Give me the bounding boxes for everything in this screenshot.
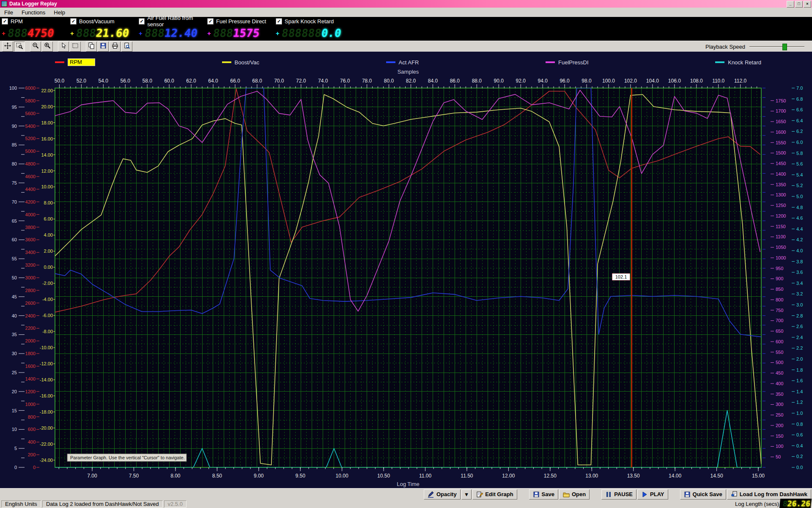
floppy-icon (684, 491, 691, 498)
led-sign: + (139, 30, 144, 37)
svg-text:1350: 1350 (776, 182, 786, 187)
parameter-graph[interactable]: 50.052.054.056.058.060.062.064.066.068.0… (0, 52, 812, 488)
svg-text:16.00: 16.00 (41, 136, 53, 141)
svg-text:40: 40 (12, 313, 17, 318)
svg-text:5600: 5600 (25, 111, 36, 116)
open-log-button[interactable]: Open (559, 489, 590, 500)
close-button[interactable]: × (804, 1, 811, 8)
parameter-checkbox[interactable]: ✓ (139, 18, 145, 25)
svg-text:300: 300 (776, 402, 783, 407)
svg-text:2.8: 2.8 (796, 313, 803, 318)
svg-text:72.0: 72.0 (296, 78, 306, 84)
button-label: Edit Graph (485, 491, 513, 497)
svg-text:90: 90 (12, 124, 17, 129)
print-preview-button[interactable] (121, 41, 132, 52)
svg-text:0: 0 (14, 465, 17, 470)
svg-text:4600: 4600 (25, 174, 36, 179)
svg-text:84.0: 84.0 (428, 78, 438, 84)
svg-text:1650: 1650 (776, 119, 786, 124)
pointer-tool[interactable] (58, 41, 69, 52)
menu-file[interactable]: File (0, 8, 17, 17)
move-tool[interactable] (2, 41, 13, 52)
svg-text:250: 250 (776, 412, 783, 417)
svg-text:56.0: 56.0 (121, 78, 131, 84)
parameter-checkbox[interactable]: ✓ (2, 18, 8, 25)
svg-text:1700: 1700 (776, 108, 786, 113)
svg-text:200: 200 (776, 423, 783, 428)
title-bar[interactable]: Data Logger Replay _ □ × (0, 0, 812, 8)
edit-graph-button[interactable]: Edit Graph (472, 489, 517, 500)
svg-text:1400: 1400 (776, 171, 786, 177)
legend-item-rpm[interactable]: RPM (55, 58, 95, 66)
svg-text:-10.00: -10.00 (40, 345, 53, 350)
svg-text:2.6: 2.6 (796, 324, 803, 329)
svg-text:64.0: 64.0 (208, 78, 218, 84)
legend-item-boost-vac[interactable]: Boost/Vac (222, 58, 259, 66)
play-button[interactable]: PLAY (637, 489, 668, 500)
save-button[interactable] (98, 41, 109, 52)
zoom-in-tool[interactable] (42, 41, 53, 52)
data-logger-replay-window: Data Logger Replay _ □ × File Functions … (0, 0, 812, 508)
load-dashhawk-button[interactable]: Load Log from DashHawk (727, 489, 811, 500)
led-value: 88821.60 (75, 26, 130, 40)
zoomwin-icon (16, 42, 23, 51)
select-region-tool[interactable] (70, 41, 81, 52)
parameter-checkbox[interactable]: ✓ (276, 18, 282, 25)
svg-text:74.0: 74.0 (318, 78, 328, 84)
svg-text:-20.00: -20.00 (40, 425, 53, 431)
floppy-icon (533, 491, 540, 498)
legend-item-knock-retard[interactable]: Knock Retard (715, 58, 761, 66)
rpm-axis: 0200400600800100012001400160018002000220… (25, 86, 39, 470)
minimize-button[interactable]: _ (787, 1, 794, 8)
parameter-checkbox[interactable]: ✓ (70, 18, 77, 25)
svg-text:800: 800 (776, 297, 783, 302)
svg-text:1300: 1300 (776, 192, 786, 197)
led-sign: + (70, 30, 75, 37)
menu-functions[interactable]: Functions (17, 8, 49, 17)
svg-text:96.0: 96.0 (560, 78, 570, 84)
svg-text:350: 350 (776, 392, 783, 397)
parameter-item: ✓Air Fuel Ratio from sensor (139, 17, 207, 25)
parameter-item: ✓RPM (2, 17, 70, 25)
svg-text:6.8: 6.8 (796, 97, 803, 102)
copy-button[interactable] (86, 41, 97, 52)
svg-text:75: 75 (12, 180, 17, 185)
svg-text:13.00: 13.00 (585, 473, 598, 479)
svg-text:4000: 4000 (25, 212, 36, 217)
move-icon (4, 42, 11, 51)
led-display: +8881575 (207, 25, 276, 41)
slider-thumb[interactable] (782, 44, 787, 50)
parameter-checkbox[interactable]: ✓ (207, 18, 214, 25)
graph-toolbar: Playback Speed (0, 41, 812, 52)
legend-item-act-afr[interactable]: Act AFR (386, 58, 419, 66)
svg-text:82.0: 82.0 (406, 78, 416, 84)
button-label: PAUSE (614, 491, 633, 497)
svg-text:4.6: 4.6 (796, 215, 803, 221)
svg-text:106.0: 106.0 (668, 78, 681, 84)
print-button[interactable] (110, 41, 121, 52)
quick-save-button[interactable]: Quick Save (680, 489, 726, 500)
menu-help[interactable]: Help (49, 8, 69, 17)
svg-text:100: 100 (776, 444, 783, 449)
svg-text:4.00: 4.00 (44, 232, 53, 237)
svg-text:78.0: 78.0 (362, 78, 372, 84)
legend-color-dash (715, 61, 724, 63)
svg-text:5200: 5200 (25, 136, 36, 141)
legend-item-fuelpressdi[interactable]: FuelPressDI (546, 58, 589, 66)
parameter-item: ✓Spark Knock Retard (276, 17, 344, 25)
svg-text:2400: 2400 (25, 313, 36, 318)
zoom-out-tool[interactable] (30, 41, 41, 52)
svg-text:1500: 1500 (776, 150, 786, 155)
playback-speed-slider[interactable] (749, 44, 804, 50)
save-log-button[interactable]: Save (529, 489, 558, 500)
opacity-button[interactable]: Opacity (424, 489, 461, 500)
svg-text:-2.00: -2.00 (42, 281, 53, 286)
svg-text:4200: 4200 (25, 199, 36, 204)
zoom-window-tool[interactable] (14, 41, 25, 52)
opacity-dropdown[interactable]: ▾ (461, 489, 472, 500)
pause-button[interactable]: PAUSE (601, 489, 636, 500)
maximize-button[interactable]: □ (795, 1, 803, 8)
svg-text:108.0: 108.0 (690, 78, 703, 84)
svg-text:12.50: 12.50 (544, 473, 557, 479)
svg-text:50.0: 50.0 (55, 78, 65, 84)
